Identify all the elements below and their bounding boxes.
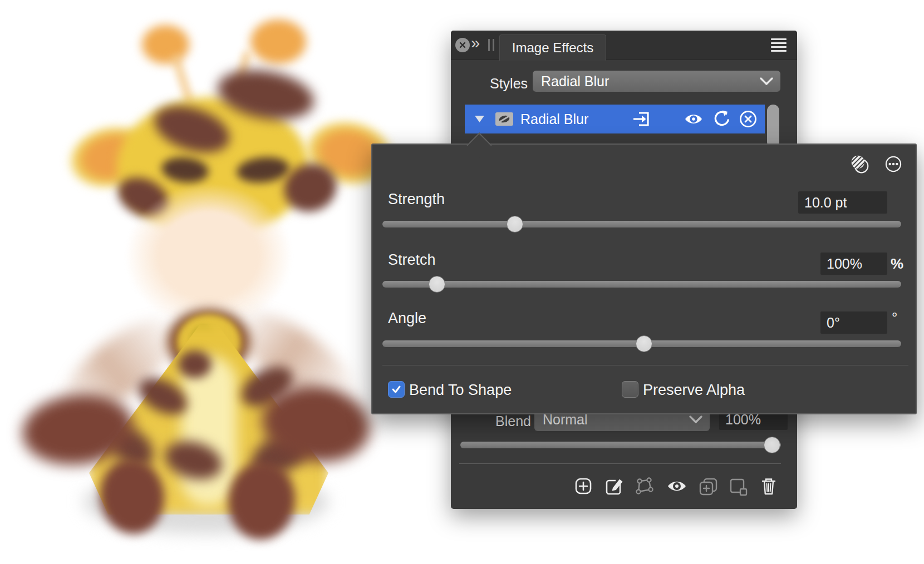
strength-value: 10.0 pt bbox=[804, 195, 847, 211]
trash-icon bbox=[758, 475, 780, 497]
hamburger-menu-icon[interactable] bbox=[771, 38, 787, 52]
panel-header: » Image Effects bbox=[451, 31, 797, 60]
slider-thumb[interactable] bbox=[764, 437, 780, 453]
slider-thumb[interactable] bbox=[636, 335, 652, 352]
angle-unit: ° bbox=[892, 309, 897, 326]
strength-slider[interactable] bbox=[382, 221, 901, 227]
visibility-eye-icon bbox=[666, 475, 688, 497]
effect-row-label: Radial Blur bbox=[520, 111, 588, 127]
apply-to-shape-icon[interactable] bbox=[632, 109, 652, 129]
edit-pencil-icon bbox=[603, 475, 626, 497]
duplicate-plus-icon bbox=[697, 475, 719, 497]
tab-label: Image Effects bbox=[512, 40, 593, 56]
effects-list-scrollbar[interactable] bbox=[767, 105, 779, 148]
strength-label: Strength bbox=[388, 191, 445, 208]
edit-style-button[interactable] bbox=[602, 474, 627, 498]
visibility-eye-icon[interactable] bbox=[684, 109, 704, 129]
styles-dropdown-value: Radial Blur bbox=[533, 73, 759, 90]
more-ellipsis-icon[interactable] bbox=[883, 154, 903, 174]
divider bbox=[382, 365, 908, 365]
drag-bar-icon[interactable] bbox=[493, 39, 494, 51]
chevron-down-icon bbox=[759, 77, 774, 86]
stretch-value: 100% bbox=[827, 256, 862, 272]
delete-style-button[interactable] bbox=[756, 474, 781, 498]
styles-dropdown[interactable]: Radial Blur bbox=[533, 71, 780, 92]
check-icon bbox=[391, 385, 401, 394]
blend-label: Blend bbox=[495, 413, 531, 429]
chevron-down-icon bbox=[689, 415, 703, 424]
hatch-fill-icon[interactable] bbox=[849, 154, 869, 174]
preserve-alpha-checkbox[interactable] bbox=[622, 381, 638, 398]
angle-label: Angle bbox=[388, 310, 426, 327]
styles-label: Styles bbox=[490, 76, 529, 92]
reset-undo-icon[interactable] bbox=[711, 109, 731, 129]
stretch-value-field[interactable]: 100% bbox=[820, 253, 887, 275]
drag-bar-icon[interactable] bbox=[488, 39, 490, 51]
collapse-chevrons-icon[interactable]: » bbox=[471, 34, 480, 52]
angle-slider[interactable] bbox=[382, 340, 901, 347]
angle-value: 0° bbox=[827, 315, 840, 331]
radial-blur-popover: Strength 10.0 pt Stretch 100% % Angle 0°… bbox=[371, 144, 917, 414]
angle-value-field[interactable]: 0° bbox=[820, 311, 887, 334]
divider bbox=[459, 463, 781, 464]
toggle-visibility-button[interactable] bbox=[665, 474, 689, 498]
add-plus-square-icon bbox=[572, 475, 594, 497]
stretch-label: Stretch bbox=[388, 251, 436, 269]
artwork-giraffe-radial-blur bbox=[0, 0, 412, 564]
close-icon bbox=[458, 41, 467, 50]
distort-polygon-nodes-icon bbox=[633, 475, 655, 497]
bend-to-shape-checkbox[interactable] bbox=[388, 381, 405, 398]
duplicate-style-button[interactable] bbox=[696, 474, 720, 498]
blend-opacity-slider[interactable] bbox=[460, 442, 781, 448]
slider-thumb[interactable] bbox=[429, 276, 445, 293]
effect-row-radial-blur[interactable]: Radial Blur bbox=[465, 105, 765, 133]
remove-circle-x-icon[interactable] bbox=[738, 109, 758, 129]
disclosure-triangle-icon[interactable] bbox=[475, 116, 484, 122]
strength-value-field[interactable]: 10.0 pt bbox=[798, 191, 887, 214]
effect-thumbnail-icon bbox=[495, 112, 513, 126]
giraffe-face bbox=[125, 184, 292, 328]
copy-style-icon bbox=[726, 475, 749, 497]
panel-close-button[interactable] bbox=[455, 38, 470, 52]
app-canvas: » Image Effects Styles Radial Blur Radia… bbox=[0, 0, 924, 564]
stretch-slider[interactable] bbox=[382, 281, 901, 288]
add-style-button[interactable] bbox=[571, 474, 596, 498]
copy-style-button[interactable] bbox=[725, 474, 750, 498]
tab-image-effects[interactable]: Image Effects bbox=[499, 34, 606, 61]
preserve-alpha-label: Preserve Alpha bbox=[643, 382, 745, 399]
distort-shape-button[interactable] bbox=[632, 474, 656, 498]
slider-thumb[interactable] bbox=[507, 216, 523, 232]
stretch-unit: % bbox=[891, 255, 903, 273]
bend-to-shape-label: Bend To Shape bbox=[409, 382, 512, 399]
